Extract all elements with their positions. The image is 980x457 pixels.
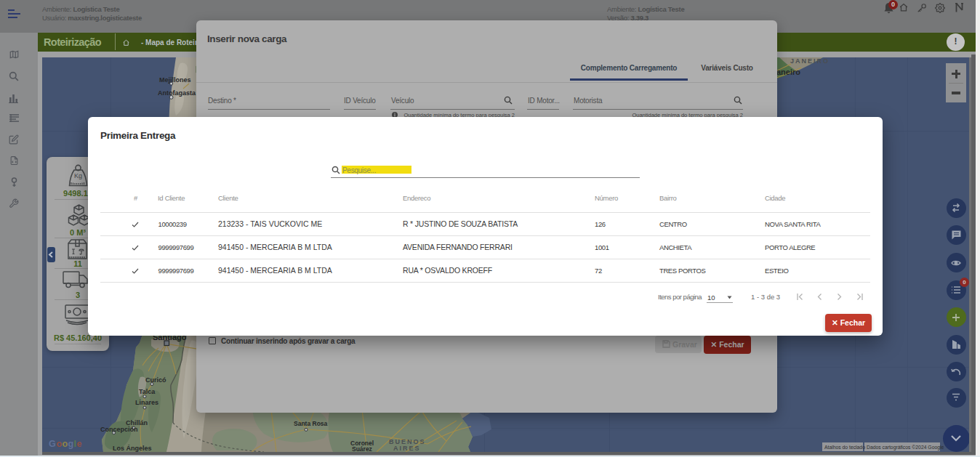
svg-text:JANEIRO: JANEIRO <box>790 57 830 65</box>
svg-text:l: l <box>74 439 76 449</box>
svg-text:Mejillones: Mejillones <box>159 76 191 84</box>
svg-text:o: o <box>63 439 68 449</box>
svg-text:Concepción: Concepción <box>100 426 138 433</box>
svg-text:Kg: Kg <box>74 172 82 179</box>
svg-text:AIRES: AIRES <box>393 445 421 452</box>
svg-text:Suárez: Suárez <box>352 445 372 452</box>
svg-text:Dados cartográficos ©2024 Goog: Dados cartográficos ©2024 Google <box>867 445 944 450</box>
svg-text:Talca: Talca <box>139 388 156 395</box>
svg-text:Curicó: Curicó <box>145 376 166 384</box>
svg-text:o: o <box>57 439 63 449</box>
svg-text:G: G <box>49 439 55 449</box>
svg-text:Los Ángeles: Los Ángeles <box>113 445 152 452</box>
svg-text:Santa Rosa: Santa Rosa <box>294 420 328 427</box>
svg-text:Atalhos do teclado: Atalhos do teclado <box>824 445 865 450</box>
svg-text:Linares: Linares <box>135 399 158 406</box>
svg-text:aneiro: aneiro <box>776 68 800 76</box>
svg-text:g: g <box>68 439 73 449</box>
svg-text:Antofagasta: Antofagasta <box>158 89 196 97</box>
svg-text:e: e <box>77 439 82 449</box>
